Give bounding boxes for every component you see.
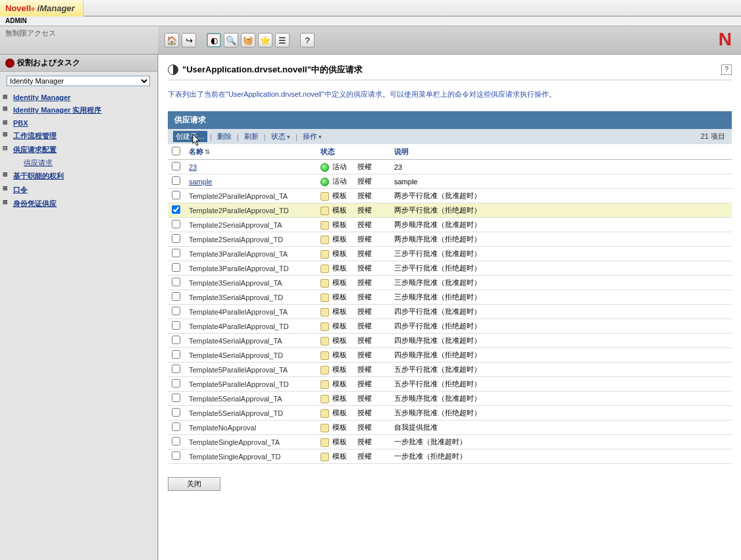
- row-category: 授權: [353, 319, 390, 334]
- table-row: TemplateSingleApproval_TD 模板授權一步批准（拒绝超时）: [168, 449, 732, 464]
- col-desc[interactable]: 说明: [390, 144, 732, 160]
- sidebar-item[interactable]: ⊞基于职能的权利: [4, 169, 153, 183]
- col-category[interactable]: [353, 144, 390, 160]
- row-status: 模板: [332, 380, 347, 388]
- search-icon[interactable]: 🔍: [224, 33, 238, 47]
- row-desc: 自我提供批准: [390, 420, 732, 435]
- yinyang-icon: [168, 64, 178, 75]
- row-category: 授權: [353, 218, 390, 232]
- expand-icon[interactable]: ⊞: [3, 199, 8, 205]
- sidebar-title: 役割およびタスク: [17, 57, 80, 68]
- row-checkbox[interactable]: [172, 191, 180, 199]
- close-button[interactable]: 关闭: [168, 477, 220, 491]
- expand-icon[interactable]: ⊞: [3, 171, 8, 178]
- row-checkbox[interactable]: [172, 350, 180, 359]
- row-checkbox[interactable]: [172, 365, 180, 373]
- row-checkbox[interactable]: [172, 292, 180, 301]
- col-name[interactable]: 名称: [189, 147, 203, 155]
- status-icon: [320, 438, 329, 447]
- row-name[interactable]: 23: [189, 163, 197, 171]
- provisioning-table: 名称⇅ 状态 说明 23 活动授權23sample 活动授權sampleTemp…: [168, 144, 732, 464]
- status-icon: [320, 163, 329, 172]
- expand-icon[interactable]: ⊞: [3, 105, 8, 112]
- row-checkbox[interactable]: [172, 422, 180, 431]
- row-category: 授權: [353, 305, 390, 319]
- refresh-action[interactable]: 刷新: [242, 131, 261, 142]
- row-name: Template5ParallelApproval_TA: [189, 366, 288, 374]
- table-row: Template4SerialApproval_TA 模板授權四步顺序批准（批准…: [168, 334, 732, 348]
- expand-icon[interactable]: ⊞: [3, 185, 8, 191]
- sidebar-select[interactable]: Identity Manager: [7, 76, 150, 86]
- help-icon[interactable]: ?: [721, 64, 732, 75]
- expand-icon[interactable]: ⊞: [3, 119, 8, 126]
- help-toolbar-icon[interactable]: ?: [300, 33, 315, 47]
- exit-icon[interactable]: ↪: [182, 33, 196, 47]
- row-checkbox[interactable]: [172, 394, 180, 402]
- basket-icon[interactable]: 🧺: [241, 33, 255, 47]
- panel-title: 供应请求: [168, 111, 732, 129]
- row-checkbox[interactable]: [172, 263, 180, 272]
- sidebar-child-item[interactable]: 供应请求: [4, 157, 153, 169]
- row-status: 模板: [332, 278, 347, 286]
- row-name: Template4ParallelApproval_TD: [189, 322, 289, 330]
- row-checkbox[interactable]: [172, 379, 180, 388]
- sidebar-item[interactable]: ⊞PBX: [4, 117, 153, 129]
- row-checkbox[interactable]: [172, 278, 180, 286]
- row-checkbox[interactable]: [172, 234, 180, 243]
- page-title: "UserApplication.drvset.novell"中的供应请求: [182, 64, 363, 76]
- row-checkbox[interactable]: [172, 220, 180, 228]
- row-category: 授權: [353, 203, 390, 218]
- row-checkbox[interactable]: [172, 336, 180, 344]
- expand-icon[interactable]: ⊞: [3, 93, 8, 100]
- list-icon[interactable]: ☰: [275, 33, 290, 47]
- row-checkbox[interactable]: [172, 451, 180, 460]
- sidebar-item[interactable]: ⊞身份凭证供应: [4, 197, 153, 211]
- row-desc: 四步平行批准（批准超时）: [390, 305, 732, 319]
- table-row: Template3SerialApproval_TD 模板授權三步顺序批准（拒绝…: [168, 290, 732, 305]
- col-status[interactable]: 状态: [317, 144, 353, 160]
- row-checkbox[interactable]: [172, 162, 180, 170]
- row-category: 授權: [353, 449, 390, 464]
- sidebar-item[interactable]: ⊟供应请求配置: [4, 143, 153, 157]
- row-name[interactable]: sample: [189, 178, 212, 186]
- sidebar-item[interactable]: ⊞口令: [4, 183, 153, 197]
- row-category: 授權: [353, 392, 390, 406]
- favorites-icon[interactable]: ⭐: [258, 33, 272, 47]
- content-area: "UserApplication.drvset.novell"中的供应请求 ? …: [158, 55, 741, 560]
- status-icon: [320, 293, 329, 302]
- row-checkbox[interactable]: [172, 176, 180, 185]
- table-row: Template4SerialApproval_TD 模板授權四步顺序批准（拒绝…: [168, 348, 732, 363]
- row-status: 模板: [332, 336, 347, 344]
- expand-icon[interactable]: ⊟: [3, 145, 8, 151]
- row-checkbox[interactable]: [172, 437, 180, 445]
- status-icon: [320, 265, 329, 273]
- expand-icon[interactable]: ⊞: [3, 131, 8, 138]
- delete-action[interactable]: 删除: [215, 131, 234, 142]
- sidebar-item[interactable]: ⊞工作流程管理: [4, 129, 153, 143]
- ops-action[interactable]: 操作: [300, 131, 325, 142]
- row-status: 模板: [332, 235, 347, 243]
- table-row: Template3SerialApproval_TA 模板授權三步顺序批准（批准…: [168, 276, 732, 290]
- home-icon[interactable]: 🏠: [165, 33, 179, 47]
- select-all-checkbox[interactable]: [172, 147, 180, 155]
- row-checkbox[interactable]: [172, 307, 180, 315]
- table-row: sample 活动授權sample: [168, 174, 732, 189]
- table-row: Template2SerialApproval_TD 模板授權两步顺序批准（拒绝…: [168, 232, 732, 247]
- row-desc: 五步顺序批准（拒绝超时）: [390, 406, 732, 420]
- row-name: TemplateSingleApproval_TD: [189, 453, 280, 461]
- row-checkbox[interactable]: [172, 408, 180, 417]
- sort-icon: ⇅: [205, 148, 210, 155]
- status-icon: [320, 424, 329, 432]
- roles-icon[interactable]: ◐: [207, 33, 221, 47]
- status-icon: [320, 279, 329, 288]
- row-name: TemplateNoApproval: [189, 424, 256, 432]
- row-desc: 两步顺序批准（批准超时）: [390, 218, 732, 232]
- row-checkbox[interactable]: [172, 205, 180, 214]
- status-icon: [320, 207, 329, 215]
- row-checkbox[interactable]: [172, 321, 180, 330]
- status-action[interactable]: 状态: [268, 131, 294, 142]
- sidebar-item[interactable]: ⊞Identity Manager 实用程序: [4, 103, 153, 117]
- row-checkbox[interactable]: [172, 249, 180, 257]
- sidebar-item[interactable]: ⊞Identity Manager: [4, 91, 153, 103]
- create-action[interactable]: 创建于…: [173, 131, 207, 142]
